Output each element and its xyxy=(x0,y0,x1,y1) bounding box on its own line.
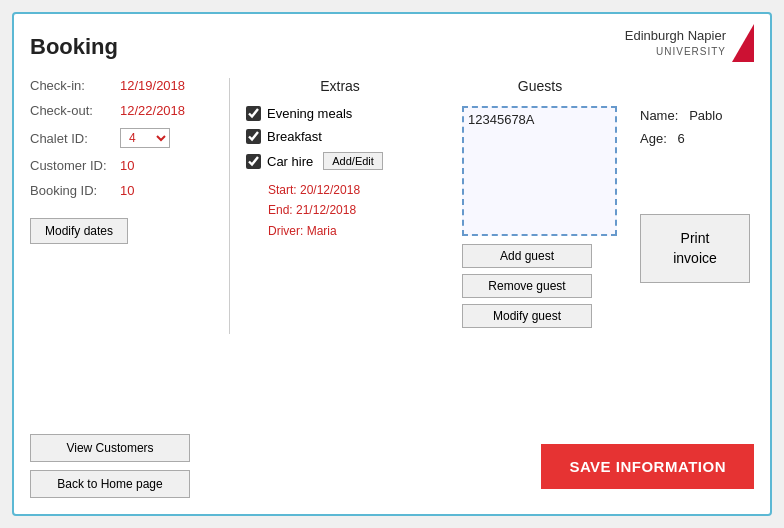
checkout-row: Check-out: 12/22/2018 xyxy=(30,103,213,118)
guest-name-row: Name: Pablo xyxy=(640,108,722,123)
guest-age-row: Age: 6 xyxy=(640,131,685,146)
guests-listbox[interactable]: 12345678A xyxy=(462,106,617,236)
car-hire-details: Start: 20/12/2018 End: 21/12/2018 Driver… xyxy=(268,180,434,241)
car-hire-item: Car hire Add/Edit xyxy=(246,152,434,170)
logo-sub: UNIVERSITY xyxy=(625,45,726,58)
modify-dates-button[interactable]: Modify dates xyxy=(30,218,128,244)
logo-triangle-icon xyxy=(732,24,754,62)
car-hire-end: End: 21/12/2018 xyxy=(268,200,434,220)
car-hire-start: Start: 20/12/2018 xyxy=(268,180,434,200)
guests-title: Guests xyxy=(462,78,618,94)
chalet-label: Chalet ID: xyxy=(30,131,120,146)
view-customers-button[interactable]: View Customers xyxy=(30,434,190,462)
customer-label: Customer ID: xyxy=(30,158,120,173)
modify-guest-button[interactable]: Modify guest xyxy=(462,304,592,328)
checkin-label: Check-in: xyxy=(30,78,120,93)
main-container: Edinburgh Napier UNIVERSITY Booking Chec… xyxy=(12,12,772,516)
chalet-row: Chalet ID: 4 1 2 3 5 xyxy=(30,128,213,148)
guests-panel: Guests 12345678A Add guest Remove guest … xyxy=(450,78,630,334)
booking-value: 10 xyxy=(120,183,134,198)
breakfast-item: Breakfast xyxy=(246,129,434,144)
evening-meals-label: Evening meals xyxy=(267,106,352,121)
evening-meals-checkbox[interactable] xyxy=(246,106,261,121)
print-invoice-button[interactable]: Print invoice xyxy=(640,214,750,283)
breakfast-label: Breakfast xyxy=(267,129,322,144)
bottom-left-buttons: View Customers Back to Home page xyxy=(30,434,190,498)
remove-guest-button[interactable]: Remove guest xyxy=(462,274,592,298)
car-hire-checkbox[interactable] xyxy=(246,154,261,169)
guest-age-label: Age: xyxy=(640,131,667,146)
save-information-button[interactable]: SAVE INFORMATION xyxy=(541,444,754,489)
customer-value: 10 xyxy=(120,158,134,173)
selected-guest: 12345678A xyxy=(468,112,535,127)
customer-row: Customer ID: 10 xyxy=(30,158,213,173)
evening-meals-item: Evening meals xyxy=(246,106,434,121)
booking-row: Booking ID: 10 xyxy=(30,183,213,198)
bottom-panel: View Customers Back to Home page SAVE IN… xyxy=(30,434,754,498)
chalet-select[interactable]: 4 1 2 3 5 xyxy=(120,128,170,148)
checkout-value: 12/22/2018 xyxy=(120,103,185,118)
checkout-label: Check-out: xyxy=(30,103,120,118)
content-area: Check-in: 12/19/2018 Check-out: 12/22/20… xyxy=(30,78,754,334)
checkin-row: Check-in: 12/19/2018 xyxy=(30,78,213,93)
car-hire-label: Car hire xyxy=(267,154,313,169)
back-home-button[interactable]: Back to Home page xyxy=(30,470,190,498)
extras-title: Extras xyxy=(246,78,434,94)
header-logo: Edinburgh Napier UNIVERSITY xyxy=(625,24,754,62)
guest-name-value: Pablo xyxy=(689,108,722,123)
logo-text: Edinburgh Napier UNIVERSITY xyxy=(625,28,726,58)
extras-list: Evening meals Breakfast Car hire Add/Edi… xyxy=(246,106,434,170)
car-hire-driver: Driver: Maria xyxy=(268,221,434,241)
logo-name: Edinburgh Napier xyxy=(625,28,726,45)
guest-name-label: Name: xyxy=(640,108,678,123)
guest-age-value: 6 xyxy=(678,131,685,146)
checkin-value: 12/19/2018 xyxy=(120,78,185,93)
breakfast-checkbox[interactable] xyxy=(246,129,261,144)
car-hire-add-edit-button[interactable]: Add/Edit xyxy=(323,152,383,170)
left-panel: Check-in: 12/19/2018 Check-out: 12/22/20… xyxy=(30,78,230,334)
booking-label: Booking ID: xyxy=(30,183,120,198)
right-panel: Name: Pablo Age: 6 Print invoice xyxy=(630,78,754,334)
add-guest-button[interactable]: Add guest xyxy=(462,244,592,268)
extras-panel: Extras Evening meals Breakfast Car hire … xyxy=(230,78,450,334)
